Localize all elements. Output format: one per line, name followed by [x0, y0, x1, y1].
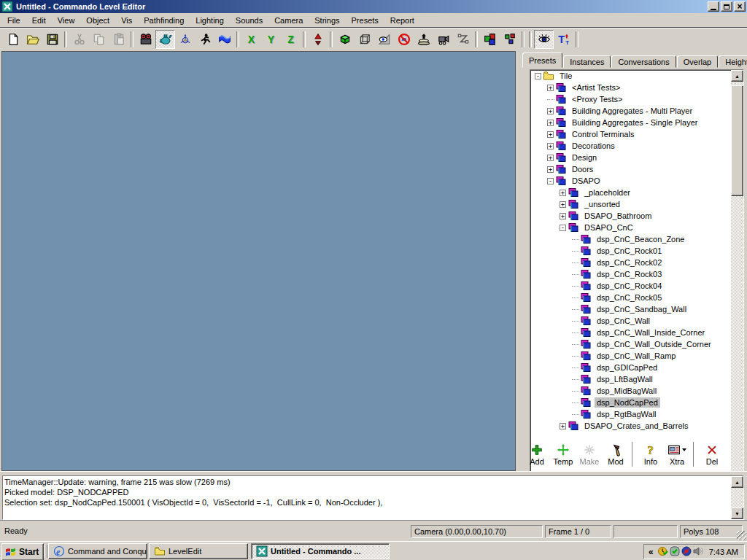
tree-item-building-aggregates-multi-player[interactable]: +Building Aggregates - Multi Player [530, 105, 731, 117]
log-scroll-down-button[interactable]: ▼ [731, 508, 743, 519]
minimize-button[interactable] [708, 1, 719, 12]
tree-item-dsp-cnc-wall-inside-corner[interactable]: dsp_CnC_Wall_Inside_Corner [530, 327, 731, 338]
expand-expander-icon[interactable]: + [560, 423, 566, 429]
expand-expander-icon[interactable]: + [547, 131, 554, 138]
taskbar-divider[interactable] [44, 545, 47, 558]
menu-camera[interactable]: Camera [268, 14, 309, 27]
tree-item-dsp-rgtbagwall[interactable]: dsp_RgtBagWall [530, 408, 731, 420]
tree-scrollbar[interactable]: ▲ ▼ [731, 70, 743, 486]
tree-item-dsp-cnc-rock04[interactable]: dsp_CnC_Rock04 [530, 280, 731, 292]
tree-item-control-terminals[interactable]: +Control Terminals [530, 128, 731, 140]
menu-lighting[interactable]: Lighting [190, 14, 230, 27]
tree-item-dsp-cnc-rock05[interactable]: dsp_CnC_Rock05 [530, 292, 731, 303]
close-button[interactable]: × [734, 1, 746, 12]
menu-vis[interactable]: Vis [115, 14, 138, 27]
teapot-button[interactable] [155, 30, 175, 49]
tree-item-dsapo[interactable]: -DSAPO [530, 175, 731, 187]
menu-sounds[interactable]: Sounds [230, 14, 268, 27]
menu-presets[interactable]: Presets [346, 14, 384, 27]
tree-item-dsp-cnc-sandbag-wall[interactable]: dsp_CnC_Sandbag_Wall [530, 303, 731, 315]
tree-item-artist-tests[interactable]: +<Artist Tests> [530, 82, 731, 93]
expand-expander-icon[interactable]: + [560, 190, 566, 196]
temp-button[interactable]: Temp [550, 439, 576, 470]
log-scroll-up-button[interactable]: ▲ [731, 476, 743, 488]
tab-overlap[interactable]: Overlap [677, 55, 719, 68]
waypath-button[interactable] [214, 30, 234, 49]
open-folder-button[interactable] [23, 30, 42, 49]
del-button[interactable]: Del [699, 439, 725, 470]
make-button[interactable]: Make [576, 439, 603, 470]
tree-item-dsp-nodcapped[interactable]: dsp_NodCapPed [530, 397, 731, 408]
tree-item-dsp-cnc-rock03[interactable]: dsp_CnC_Rock03 [530, 268, 731, 280]
expand-expander-icon[interactable]: + [547, 85, 554, 91]
tree-item-dsp-cnc-rock01[interactable]: dsp_CnC_Rock01 [530, 245, 731, 257]
task-button-untitled-commando[interactable]: Untitled - Commando ... [251, 543, 390, 559]
scroll-up-button[interactable]: ▲ [731, 70, 743, 82]
wireframe-cube-button[interactable] [355, 30, 374, 49]
start-button[interactable]: Start [1, 543, 44, 560]
tree-item-dsp-cnc-wall[interactable]: dsp_CnC_Wall [530, 315, 731, 327]
solid-cube-button[interactable] [335, 30, 355, 49]
axis-gizmo-button[interactable] [175, 30, 195, 49]
mini-cubes-button[interactable] [500, 30, 519, 49]
tab-conversations[interactable]: Conversations [611, 55, 676, 68]
backface-eye-button[interactable] [374, 30, 394, 49]
maximize-button[interactable] [721, 1, 732, 12]
x-axis-button[interactable]: X [241, 30, 261, 49]
tray-shield-icon[interactable] [681, 545, 692, 557]
z-axis-button[interactable]: Z [281, 30, 301, 49]
movie-camera-button[interactable] [136, 30, 155, 49]
y-axis-button[interactable]: Y [261, 30, 281, 49]
expand-expander-icon[interactable]: + [547, 143, 554, 149]
text-labels-button[interactable]: TT [554, 30, 573, 49]
tree-item-dsapo-cnc[interactable]: -DSAPO_CnC [530, 222, 731, 233]
tree-item-dsp-lftbagwall[interactable]: dsp_LftBagWall [530, 373, 731, 385]
tree-item-proxy-tests[interactable]: <Proxy Tests> [530, 93, 731, 105]
expand-expander-icon[interactable]: + [560, 213, 566, 219]
expand-expander-icon[interactable]: + [547, 166, 554, 173]
copy-button[interactable] [89, 30, 109, 49]
tree-item-dsp-midbagwall[interactable]: dsp_MidBagWall [530, 385, 731, 397]
tab-presets[interactable]: Presets [522, 52, 562, 68]
task-button-command-and-conquer[interactable]: eCommand and Conquer: ... [48, 543, 147, 559]
visibility-eye-button[interactable] [534, 30, 554, 49]
tree-item-doors[interactable]: +Doors [530, 163, 731, 175]
menu-pathfinding[interactable]: Pathfinding [138, 14, 190, 27]
collapse-expander-icon[interactable]: - [535, 73, 541, 79]
menu-file[interactable]: File [1, 14, 26, 27]
add-button[interactable]: Add [524, 439, 550, 470]
tray-volume-icon[interactable] [692, 545, 704, 557]
menu-edit[interactable]: Edit [26, 14, 52, 27]
tree-item-design[interactable]: +Design [530, 152, 731, 163]
xtra-button[interactable]: Xtra [664, 439, 690, 470]
tree-item-dsp-cnc-wall-ramp[interactable]: dsp_CnC_Wall_Ramp [530, 350, 731, 362]
tree-item-building-aggregates-single-player[interactable]: +Building Aggregates - Single Player [530, 117, 731, 128]
scroll-thumb[interactable] [731, 85, 743, 196]
tree-item-dsp-gdicapped[interactable]: dsp_GDICapPed [530, 362, 731, 373]
dropdown-arrow-icon[interactable] [682, 448, 686, 451]
expand-expander-icon[interactable]: + [547, 120, 554, 126]
collapse-expander-icon[interactable]: - [547, 178, 554, 184]
tree-item-dsapo-crates-and-barrels[interactable]: +DSAPO_Crates_and_Barrels [530, 420, 731, 432]
tree-item-unsorted[interactable]: +_unsorted [530, 198, 731, 210]
new-document-button[interactable] [3, 30, 23, 49]
tray-clock-icon[interactable] [657, 545, 669, 557]
menu-report[interactable]: Report [384, 14, 420, 27]
info-button[interactable]: ?Info [638, 439, 664, 470]
tray-check-icon[interactable] [669, 545, 681, 557]
viewport-3d[interactable] [1, 51, 516, 471]
tree-item-placeholder[interactable]: +_placeholder [530, 187, 731, 198]
collapse-expander-icon[interactable]: - [560, 225, 566, 231]
save-button[interactable] [42, 30, 62, 49]
camera-dolly-button[interactable] [433, 30, 453, 49]
running-man-button[interactable] [195, 30, 214, 49]
tree-item-dsp-cnc-beacon-zone[interactable]: dsp_CnC_Beacon_Zone [530, 233, 731, 245]
rgb-cubes-button[interactable] [480, 30, 500, 49]
tree-item-dsp-cnc-wall-outside-corner[interactable]: dsp_CnC_Wall_Outside_Corner [530, 338, 731, 350]
paste-button[interactable] [109, 30, 128, 49]
drop-arrows-button[interactable] [308, 30, 328, 49]
tree-item-tile[interactable]: -Tile [530, 70, 731, 82]
tab-heightfield[interactable]: Heightfield [719, 55, 747, 68]
tree-item-decorations[interactable]: +Decorations [530, 140, 731, 152]
menu-object[interactable]: Object [80, 14, 115, 27]
